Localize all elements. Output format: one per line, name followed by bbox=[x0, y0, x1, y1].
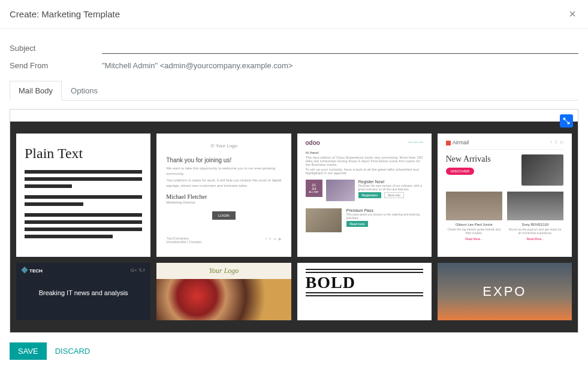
template-plain-text[interactable]: Plain Text bbox=[16, 134, 150, 257]
expo-title: EXPO bbox=[483, 284, 526, 299]
subject-input[interactable] bbox=[102, 42, 578, 54]
odoo-event-image bbox=[326, 180, 355, 201]
tech-social-icons: G+ 𝕏 f bbox=[131, 268, 145, 274]
template-tech[interactable]: TECH G+ 𝕏 f Breaking IT news and analysi… bbox=[16, 263, 150, 320]
modal-body[interactable]: Subject Send From "Mitchell Admin" <admi… bbox=[0, 29, 588, 336]
thankyou-heading: Thank you for joining us! bbox=[166, 157, 281, 163]
save-button[interactable]: SAVE bbox=[10, 342, 47, 360]
modal-footer: SAVE DISCARD bbox=[0, 336, 588, 367]
template-odoo[interactable]: odoo — — — Hi there! The next edition of… bbox=[297, 134, 432, 257]
expand-icon bbox=[562, 117, 571, 125]
send-from-value: "Mitchell Admin" <admin@yourcompany.exam… bbox=[102, 61, 293, 70]
plain-text-title: Plain Text bbox=[25, 145, 142, 162]
mail-body-editor: Plain Text bbox=[10, 109, 578, 333]
bold-title: BOLD bbox=[306, 273, 423, 292]
send-from-row: Send From "Mitchell Admin" <admin@yourco… bbox=[10, 61, 578, 70]
template-gallery: Plain Text bbox=[10, 122, 578, 332]
food-logo: Your Logo bbox=[156, 263, 291, 279]
tab-options[interactable]: Options bbox=[62, 81, 107, 101]
discard-button[interactable]: DISCARD bbox=[55, 347, 91, 356]
expand-editor-button[interactable] bbox=[560, 114, 573, 128]
airmail-social-icons: f 𝕏 in bbox=[551, 140, 563, 145]
template-bold[interactable]: BOLD bbox=[297, 263, 432, 320]
odoo-date-badge: 21 Jul ALL DAY bbox=[306, 180, 322, 197]
form-area: Subject Send From "Mitchell Admin" <admi… bbox=[10, 29, 578, 70]
create-marketing-template-modal: Create: Marketing Template × Subject Sen… bbox=[0, 0, 588, 367]
tech-headline: Breaking IT news and analysis bbox=[16, 289, 150, 296]
odoo-premium-image bbox=[306, 208, 342, 232]
template-food[interactable]: Your Logo bbox=[156, 263, 291, 320]
send-from-label: Send From bbox=[10, 61, 102, 70]
tabs: Mail Body Options bbox=[10, 81, 578, 101]
airmail-hero-image bbox=[521, 154, 563, 186]
odoo-nav: — — — bbox=[408, 139, 423, 146]
subject-row: Subject bbox=[10, 42, 578, 54]
airmail-brand: Airmail bbox=[446, 139, 469, 145]
odoo-brand: odoo bbox=[306, 139, 320, 146]
airmail-product1-image bbox=[446, 192, 502, 220]
modal-title: Create: Marketing Template bbox=[10, 9, 120, 19]
airmail-discover-btn: DISCOVER bbox=[446, 168, 474, 175]
template-expo[interactable]: EXPO bbox=[438, 263, 572, 320]
subject-label: Subject bbox=[10, 44, 102, 53]
tech-brand: TECH bbox=[22, 268, 43, 274]
close-button[interactable]: × bbox=[566, 7, 578, 21]
food-hero-image bbox=[156, 279, 291, 320]
thankyou-login-button: LOGIN bbox=[212, 211, 236, 220]
template-thankyou[interactable]: ⊙ Your Logo Thank you for joining us! We… bbox=[156, 134, 291, 257]
template-airmail[interactable]: Airmail f 𝕏 in New Arrivals DISCOVER bbox=[438, 134, 572, 257]
thankyou-logo: ⊙ Your Logo bbox=[166, 143, 281, 148]
thankyou-signature: Michael Fletcher bbox=[166, 193, 281, 200]
modal-header: Create: Marketing Template × bbox=[0, 0, 588, 29]
social-icons: f 𝕏 in ◉ bbox=[266, 236, 281, 244]
airmail-hero-title: New Arrivals bbox=[446, 154, 515, 164]
airmail-product2-image bbox=[507, 192, 563, 220]
tab-mail-body[interactable]: Mail Body bbox=[10, 81, 62, 101]
